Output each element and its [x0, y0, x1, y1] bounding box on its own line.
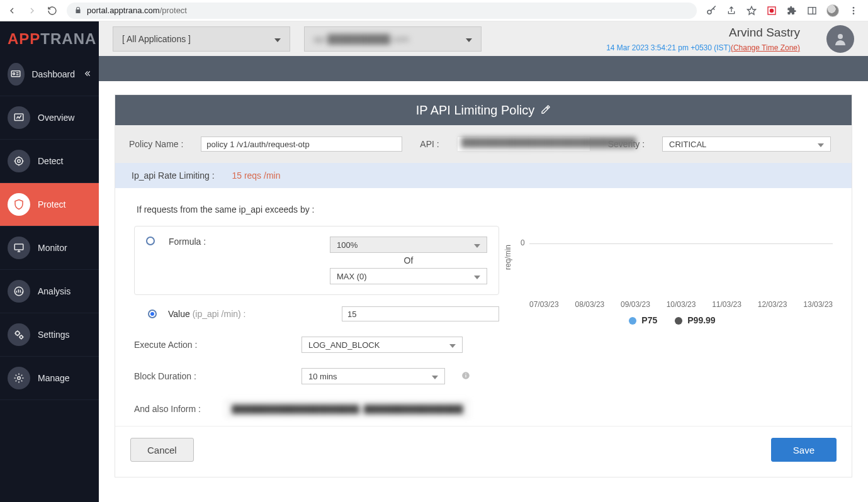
severity-select[interactable]: CRITICAL: [662, 137, 831, 152]
brand-part1: APP: [8, 30, 40, 47]
chart-x-tick: 07/03/23: [529, 300, 559, 309]
browser-toolbar: portal.apptrana.com/protect: [0, 0, 868, 21]
analysis-icon: [8, 280, 30, 303]
app-root: APPTRANA Dashboard Overview Detect Prote…: [0, 21, 868, 502]
sidepanel-icon[interactable]: [806, 5, 818, 16]
form-column: If requests from the same ip_api exceeds…: [134, 201, 499, 417]
req-per-min-chart: req/min 0 07/03/23 08/03/23 09/03/23 10/…: [512, 201, 833, 314]
sidebar-item-dashboard[interactable]: Dashboard: [0, 53, 99, 96]
sidebar-item-label: Settings: [38, 330, 70, 340]
sidebar-item-detect[interactable]: Detect: [0, 140, 99, 183]
shield-icon: [8, 193, 30, 216]
rate-limit-value: 15 reqs /min: [232, 170, 280, 181]
timestamp: 14 Mar 2023 3:54:21 pm +0530 (IST): [606, 43, 731, 52]
profile-avatar-icon[interactable]: [826, 4, 839, 17]
chevron-down-icon: [818, 140, 824, 149]
svg-rect-4: [808, 7, 816, 14]
save-button[interactable]: Save: [771, 438, 837, 462]
brand-logo: APPTRANA: [0, 28, 99, 53]
formula-agg-select[interactable]: MAX (0): [330, 268, 487, 284]
user-avatar-icon[interactable]: [826, 25, 854, 53]
site-selector-value: api.██████████.com: [313, 34, 409, 44]
sidebar-item-label: Overview: [38, 113, 74, 123]
gear-icon: [8, 367, 30, 389]
gears-icon: [8, 323, 30, 346]
overview-icon: [8, 106, 30, 129]
record-icon[interactable]: [766, 5, 777, 16]
brand-part2: TRANA: [40, 30, 96, 47]
chevron-down-icon: [466, 34, 472, 44]
policy-panel: IP API Limiting Policy Policy Name : API…: [115, 95, 852, 477]
application-selector[interactable]: [ All Applications ]: [113, 26, 290, 52]
application-selector-value: [ All Applications ]: [122, 34, 191, 44]
edit-icon[interactable]: [541, 103, 551, 118]
condition-text: If requests from the same ip_api exceeds…: [137, 204, 499, 215]
svg-point-7: [853, 9, 855, 11]
execute-action-value: LOG_AND_BLOCK: [308, 340, 380, 350]
execute-action-select[interactable]: LOG_AND_BLOCK: [302, 337, 463, 353]
svg-point-3: [770, 9, 773, 12]
extensions-icon[interactable]: [786, 5, 798, 16]
legend-item-p9999[interactable]: P99.99: [675, 315, 715, 325]
detect-icon: [8, 150, 30, 172]
svg-marker-1: [747, 6, 755, 14]
block-duration-select[interactable]: 10 mins: [302, 368, 445, 384]
timestamp-line: 14 Mar 2023 3:54:21 pm +0530 (IST)(Chang…: [606, 43, 800, 52]
chart-y-tick: 0: [521, 238, 525, 247]
sidebar-item-analysis[interactable]: Analysis: [0, 270, 99, 313]
chart-x-tick: 12/03/23: [758, 300, 787, 309]
chart-x-ticks: 07/03/23 08/03/23 09/03/23 10/03/23 11/0…: [529, 300, 833, 309]
sidebar-item-settings[interactable]: Settings: [0, 313, 99, 357]
sidebar-item-label: Dashboard: [32, 69, 76, 79]
url-bar[interactable]: portal.apptrana.com/protect: [67, 3, 697, 19]
sidebar-item-overview[interactable]: Overview: [0, 96, 99, 140]
site-selector[interactable]: api.██████████.com: [304, 26, 482, 52]
chart-gridline: [529, 243, 833, 244]
svg-point-16: [16, 332, 20, 335]
user-name: Arvind Sastry: [606, 26, 800, 40]
inform-input[interactable]: [226, 401, 469, 417]
sidebar-item-label: Monitor: [38, 243, 67, 253]
chart-x-tick: 10/03/23: [667, 300, 696, 309]
legend-item-p75[interactable]: P75: [629, 315, 657, 325]
cancel-button[interactable]: Cancel: [130, 438, 194, 462]
sidebar-item-label: Detect: [38, 156, 63, 166]
severity-value: CRITICAL: [669, 140, 706, 149]
sidebar-item-label: Analysis: [38, 286, 70, 296]
info-icon[interactable]: [461, 371, 470, 382]
main-area: [ All Applications ] api.██████████.com …: [99, 21, 868, 502]
url-text: portal.apptrana.com/protect: [87, 6, 187, 15]
svg-point-18: [18, 377, 21, 380]
key-icon[interactable]: [706, 5, 717, 16]
radio-formula[interactable]: [146, 237, 155, 245]
panel-header: IP API Limiting Policy: [115, 95, 852, 125]
execute-action-row: Execute Action : LOG_AND_BLOCK: [134, 337, 499, 353]
reload-icon[interactable]: [47, 5, 58, 16]
value-input[interactable]: [342, 306, 499, 321]
sidebar-item-monitor[interactable]: Monitor: [0, 226, 99, 270]
change-timezone-link[interactable]: (Change Time Zone): [731, 43, 800, 52]
formula-label: Formula :: [169, 237, 316, 247]
formula-percent-select[interactable]: 100%: [330, 237, 487, 253]
of-label: Of: [330, 255, 487, 265]
star-icon[interactable]: [746, 5, 757, 16]
panel-body: If requests from the same ip_api exceeds…: [115, 188, 852, 426]
url-host: portal.apptrana.com: [87, 6, 160, 15]
svg-point-19: [838, 34, 843, 39]
kebab-icon[interactable]: [848, 5, 859, 16]
legend-dot-icon: [675, 317, 682, 325]
policy-name-input[interactable]: [201, 137, 402, 152]
meta-row: Policy Name : API : ████████████████████…: [115, 125, 852, 163]
chevron-left-icon: [82, 69, 91, 80]
sidebar-item-protect[interactable]: Protect: [0, 183, 99, 226]
back-icon[interactable]: [6, 5, 18, 16]
sidebar-item-manage[interactable]: Manage: [0, 357, 99, 400]
execute-action-label: Execute Action :: [134, 340, 290, 350]
formula-percent-value: 100%: [337, 240, 358, 250]
chart-x-tick: 11/03/23: [712, 300, 741, 309]
radio-value[interactable]: [148, 310, 157, 318]
chart-legend: P75 P99.99: [512, 315, 833, 325]
sidebar: APPTRANA Dashboard Overview Detect Prote…: [0, 21, 99, 502]
share-icon[interactable]: [726, 5, 737, 16]
inform-label: And also Inform :: [134, 404, 215, 414]
